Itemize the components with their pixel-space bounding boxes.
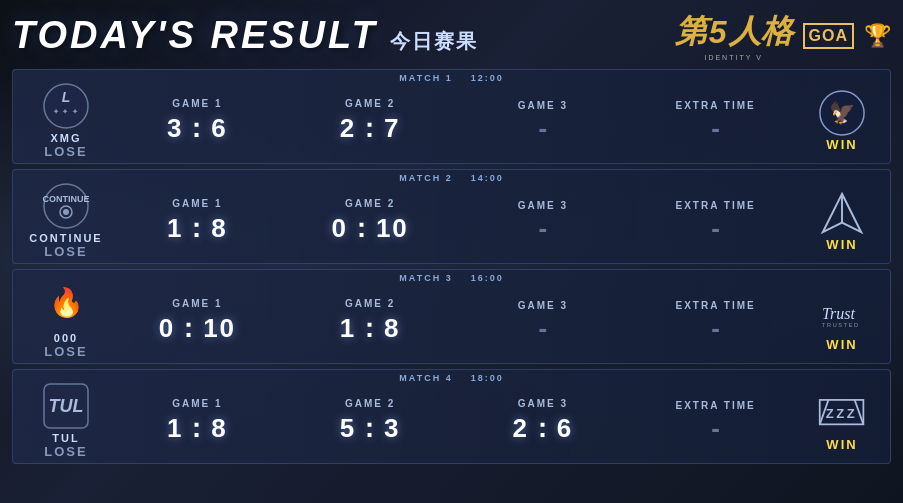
identity-5: 5 — [709, 14, 727, 51]
identity-ren: 人格 — [729, 10, 793, 54]
svg-text:L: L — [62, 89, 71, 105]
svg-text:TUL: TUL — [49, 396, 84, 416]
match-row: MATCH 4 18:00 TUL TUL LOSE GAME 1 1：8 — [12, 369, 891, 464]
game-score: 0：10 — [159, 311, 236, 346]
team-logo-trust: Trust TRUSTED — [818, 289, 866, 337]
game-col: EXTRA TIME - — [666, 100, 766, 144]
team-result-lose: LOSE — [44, 344, 87, 359]
svg-text:✦ ✦ ✦: ✦ ✦ ✦ — [53, 108, 80, 115]
matches-container: MATCH 1 12:00 L ✦ ✦ ✦ XMG LOSE GAME 1 3：… — [12, 69, 891, 464]
game-score: 2：6 — [512, 411, 573, 446]
svg-text:CONTINUE: CONTINUE — [43, 194, 90, 204]
game-label: GAME 1 — [172, 98, 222, 109]
team-right: 🦅 WIN — [802, 81, 882, 152]
page: TODAY'S RESULT 今日赛果 第 5 人格 IDENTITY V GO… — [0, 0, 903, 503]
team-logo-arrow — [818, 189, 866, 237]
game-label: GAME 3 — [518, 398, 568, 409]
game-score: 3：6 — [167, 111, 228, 146]
svg-text:ZZZ: ZZZ — [826, 406, 858, 421]
team-result-win: WIN — [826, 137, 857, 152]
game-score: 5：3 — [340, 411, 401, 446]
extra-time-label: EXTRA TIME — [676, 400, 756, 411]
team-name: XMG — [50, 132, 81, 144]
team-result-lose: LOSE — [44, 444, 87, 459]
game-score: 1：8 — [167, 211, 228, 246]
extra-time-label: EXTRA TIME — [676, 100, 756, 111]
game-label: GAME 3 — [518, 300, 568, 311]
match-label: MATCH 2 14:00 — [399, 173, 503, 183]
game-dash: - — [711, 213, 720, 244]
match-label: MATCH 3 16:00 — [399, 273, 503, 283]
team-right: WIN — [802, 181, 882, 252]
svg-text:TRUSTED: TRUSTED — [822, 322, 860, 328]
trophy-icon: 🏆 — [864, 23, 891, 49]
game-col: GAME 2 0：10 — [320, 198, 420, 246]
identity-logo: 第 5 人格 IDENTITY V — [675, 10, 793, 61]
team-right: Trust TRUSTED WIN — [802, 281, 882, 352]
team-logo-flame: 🔥 — [42, 282, 90, 330]
team-left: L ✦ ✦ ✦ XMG LOSE — [21, 74, 111, 159]
game-score: 1：8 — [340, 311, 401, 346]
game-dash: - — [539, 113, 548, 144]
game-label: GAME 3 — [518, 100, 568, 111]
game-col: GAME 3 - — [493, 300, 593, 344]
team-right: ZZZ WIN — [802, 381, 882, 452]
game-col: GAME 2 2：7 — [320, 98, 420, 146]
game-dash: - — [539, 313, 548, 344]
games-container: GAME 1 0：10 GAME 2 1：8 GAME 3 - EXTRA TI… — [111, 288, 802, 346]
game-col: GAME 2 1：8 — [320, 298, 420, 346]
title-group: TODAY'S RESULT 今日赛果 — [12, 14, 478, 57]
extra-time-label: EXTRA TIME — [676, 300, 756, 311]
game-label: GAME 3 — [518, 200, 568, 211]
identity-sub: IDENTITY V — [704, 54, 762, 61]
goa-logo: GOA — [803, 23, 854, 49]
game-score: 2：7 — [340, 111, 401, 146]
game-label: GAME 1 — [172, 298, 222, 309]
game-col: GAME 1 3：6 — [147, 98, 247, 146]
sub-title: 今日赛果 — [390, 28, 478, 55]
match-row: MATCH 2 14:00 CONTINUE CONTINUE LOSE GAM… — [12, 169, 891, 264]
team-result-win: WIN — [826, 337, 857, 352]
svg-text:🔥: 🔥 — [49, 286, 84, 319]
match-label: MATCH 1 12:00 — [399, 73, 503, 83]
game-label: GAME 2 — [345, 198, 395, 209]
game-col: GAME 1 0：10 — [147, 298, 247, 346]
game-label: GAME 2 — [345, 98, 395, 109]
team-result-lose: LOSE — [44, 244, 87, 259]
game-col: EXTRA TIME - — [666, 300, 766, 344]
game-col: GAME 1 1：8 — [147, 398, 247, 446]
game-col: EXTRA TIME - — [666, 200, 766, 244]
team-result-win: WIN — [826, 237, 857, 252]
logos: 第 5 人格 IDENTITY V GOA 🏆 — [675, 10, 891, 61]
game-col: EXTRA TIME - — [666, 400, 766, 444]
identity-num: 第 — [675, 10, 707, 54]
svg-text:🦅: 🦅 — [829, 100, 856, 126]
game-col: GAME 2 5：3 — [320, 398, 420, 446]
team-logo-xmg: L ✦ ✦ ✦ — [42, 82, 90, 130]
match-row: MATCH 3 16:00 🔥 000 LOSE GAME 1 0：10 GAM… — [12, 269, 891, 364]
main-title: TODAY'S RESULT — [12, 14, 378, 57]
game-dash: - — [711, 313, 720, 344]
games-container: GAME 1 1：8 GAME 2 5：3 GAME 3 2：6 EXTRA T… — [111, 388, 802, 446]
game-label: GAME 2 — [345, 298, 395, 309]
svg-point-8 — [63, 209, 69, 215]
game-dash: - — [711, 413, 720, 444]
team-left: 🔥 000 LOSE — [21, 274, 111, 359]
game-col: GAME 3 - — [493, 200, 593, 244]
game-label: GAME 1 — [172, 398, 222, 409]
team-logo-continue: CONTINUE — [42, 182, 90, 230]
games-container: GAME 1 1：8 GAME 2 0：10 GAME 3 - EXTRA TI… — [111, 188, 802, 246]
game-label: GAME 2 — [345, 398, 395, 409]
team-left: TUL TUL LOSE — [21, 374, 111, 459]
game-dash: - — [539, 213, 548, 244]
game-col: GAME 3 2：6 — [493, 398, 593, 446]
header: TODAY'S RESULT 今日赛果 第 5 人格 IDENTITY V GO… — [12, 10, 891, 61]
match-label: MATCH 4 18:00 — [399, 373, 503, 383]
team-logo-right: 🦅 — [818, 89, 866, 137]
team-name: 000 — [54, 332, 78, 344]
team-result-win: WIN — [826, 437, 857, 452]
team-name: TUL — [52, 432, 79, 444]
match-row: MATCH 1 12:00 L ✦ ✦ ✦ XMG LOSE GAME 1 3：… — [12, 69, 891, 164]
game-score: 1：8 — [167, 411, 228, 446]
svg-text:Trust: Trust — [822, 305, 855, 322]
